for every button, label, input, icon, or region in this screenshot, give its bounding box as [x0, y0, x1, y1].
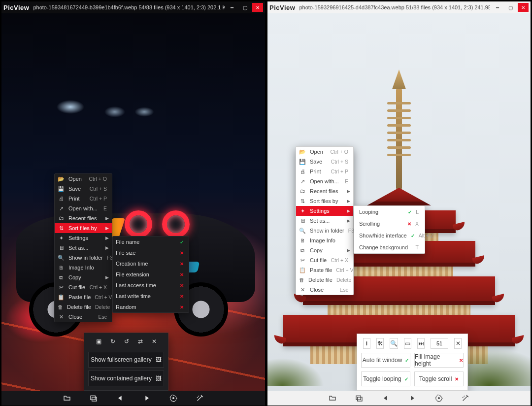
show-contained-gallery-button[interactable]: Show contained gallery 🖼: [88, 371, 164, 386]
settings-submenu: Looping✓LScrolling✕XShow/hide interface✓…: [354, 205, 425, 254]
auto-fit-window-button[interactable]: Auto fit window✓: [361, 353, 410, 368]
menu-item-open-with[interactable]: ↗Open with...E: [55, 203, 112, 213]
open-icon: 📂: [299, 149, 306, 155]
menu-item-show-in-folder[interactable]: 🔍Show in folderF3: [296, 226, 353, 236]
effects-button[interactable]: [193, 391, 207, 405]
image-viewport[interactable]: 📂OpenCtrl + O💾SaveCtrl + S🖨PrintCtrl + P…: [1, 13, 265, 406]
menu-item-sort-files-by[interactable]: ⇅Sort files by▶: [296, 196, 353, 206]
check-icon: ✓: [411, 233, 415, 238]
focus-icon[interactable]: ▣: [96, 338, 101, 345]
submenu-item-random[interactable]: Random✕: [113, 302, 189, 312]
swap-icon[interactable]: ⇄: [138, 338, 143, 345]
menu-item-copy[interactable]: ⧉Copy▶: [296, 245, 353, 255]
close-icon[interactable]: ✕: [152, 338, 157, 345]
menu-item-recent-files[interactable]: 🗂Recent files▶: [296, 186, 353, 196]
settings-button[interactable]: [432, 391, 446, 405]
menu-item-set-as[interactable]: 🖥Set as...▶: [296, 216, 353, 226]
titlebar: PicView photo-1593296916425-d4d387fc43ea…: [267, 1, 531, 13]
menu-item-close[interactable]: ✕CloseEsc: [55, 312, 112, 322]
toggle-scroll-button[interactable]: Toggle scroll✕: [414, 372, 464, 386]
bottom-toolbar: [1, 391, 265, 406]
menu-item-save[interactable]: 💾SaveCtrl + S: [55, 184, 112, 194]
minimize-button[interactable]: ━: [492, 3, 503, 12]
hammer-icon[interactable]: 🛠: [376, 338, 384, 349]
settings-button[interactable]: [166, 391, 180, 405]
close-window-button[interactable]: ✕: [518, 3, 529, 12]
menu-item-open[interactable]: 📂OpenCtrl + O: [296, 147, 353, 157]
maximize-button[interactable]: ▢: [239, 3, 250, 12]
svg-point-5: [438, 397, 440, 399]
submenu-item-last-write-time[interactable]: Last write time✕: [113, 291, 189, 302]
menu-item-paste-file[interactable]: 📋Paste fileCtrl + V: [296, 265, 353, 275]
context-menu: 📂OpenCtrl + O💾SaveCtrl + S🖨PrintCtrl + P…: [296, 146, 354, 295]
chevron-right-icon: ▶: [105, 236, 109, 240]
submenu-item-looping[interactable]: Looping✓L: [354, 206, 425, 218]
submenu-item-file-extension[interactable]: File extension✕: [113, 269, 189, 280]
menu-item-print[interactable]: 🖨PrintCtrl + P: [55, 194, 112, 203]
picview-window-dark: PicView photo-1593481672449-b399e1b4fb6f…: [1, 1, 265, 406]
submenu-item-change-background[interactable]: Change backgroundT: [354, 241, 425, 253]
settings-icon: ✦: [299, 208, 306, 214]
menu-item-image-info[interactable]: 🗎Image Info: [296, 236, 353, 245]
check-icon: ✓: [408, 209, 412, 215]
goto-last-icon[interactable]: ⏭: [417, 338, 425, 349]
search-icon[interactable]: 🔍: [390, 338, 398, 349]
menu-item-close[interactable]: ✕CloseEsc: [296, 285, 353, 295]
menu-item-paste-file[interactable]: 📋Paste fileCtrl + V: [55, 292, 112, 302]
menu-item-open-with[interactable]: ↗Open with...E: [296, 176, 353, 186]
undo-icon[interactable]: ↺: [124, 338, 129, 345]
showfolder-icon: 🔍: [299, 228, 306, 234]
effects-button[interactable]: [459, 391, 472, 405]
view-options-popup: i 🛠 🔍 ▭ ⏭ ✕ Auto fit window✓ Fill image …: [357, 334, 468, 391]
info-button[interactable]: i: [363, 338, 370, 349]
next-button[interactable]: [405, 391, 419, 405]
menu-item-set-as[interactable]: 🖥Set as...▶: [55, 243, 112, 253]
menu-item-settings[interactable]: ✦Settings▶: [296, 206, 353, 216]
submenu-item-creation-time[interactable]: Creation time✕: [113, 258, 189, 269]
submenu-item-file-size[interactable]: File size✕: [113, 247, 189, 258]
open-icon: 📂: [58, 176, 65, 182]
menu-item-copy[interactable]: ⧉Copy▶: [55, 272, 112, 282]
menu-item-delete-file[interactable]: 🗑Delete fileDelete: [55, 302, 112, 312]
submenu-item-file-name[interactable]: File name✓: [113, 237, 189, 247]
sort-icon: ⇅: [299, 198, 306, 204]
close-window-button[interactable]: ✕: [252, 3, 263, 12]
menu-item-image-info[interactable]: 🗎Image Info: [55, 263, 112, 272]
submenu-item-scrolling[interactable]: Scrolling✕X: [354, 218, 425, 230]
x-icon: ✕: [180, 304, 184, 310]
submenu-item-show-hide-interface[interactable]: Show/hide interface✓Alt + Z: [354, 230, 425, 241]
chevron-right-icon: ▶: [347, 208, 350, 213]
menu-item-save[interactable]: 💾SaveCtrl + S: [296, 157, 353, 167]
submenu-item-last-access-time[interactable]: Last access time✕: [113, 280, 189, 291]
openwith-icon: ↗: [299, 178, 306, 185]
recent-icon: 🗂: [299, 188, 306, 194]
slideshow-icon[interactable]: ▭: [404, 338, 411, 349]
gallery-button[interactable]: [352, 391, 366, 405]
menu-item-print[interactable]: 🖨PrintCtrl + P: [296, 167, 353, 176]
minimize-button[interactable]: ━: [227, 3, 237, 12]
next-button[interactable]: [140, 391, 154, 405]
gallery-button[interactable]: [87, 391, 100, 405]
menu-item-open[interactable]: 📂OpenCtrl + O: [55, 174, 112, 184]
gallery-icon: 🖼: [156, 356, 162, 363]
menu-item-cut-file[interactable]: ✂Cut fileCtrl + X: [55, 282, 112, 292]
redo-icon[interactable]: ↻: [110, 338, 115, 345]
show-fullscreen-gallery-button[interactable]: Show fullscreen gallery 🖼: [88, 352, 164, 368]
close-icon[interactable]: ✕: [454, 338, 462, 349]
toggle-looping-button[interactable]: Toggle looping✓: [361, 372, 410, 386]
open-folder-button[interactable]: [60, 391, 74, 405]
menu-item-cut-file[interactable]: ✂Cut fileCtrl + X: [296, 255, 353, 265]
fill-image-height-button[interactable]: Fill image height✕: [414, 353, 464, 368]
menu-item-settings[interactable]: ✦Settings▶: [55, 233, 112, 243]
menu-item-show-in-folder[interactable]: 🔍Show in folderF3: [55, 253, 112, 263]
paste-icon: 📋: [58, 294, 65, 301]
prev-button[interactable]: [113, 391, 127, 405]
prev-button[interactable]: [379, 391, 393, 405]
menu-item-delete-file[interactable]: 🗑Delete fileDelete: [296, 275, 353, 285]
image-viewport[interactable]: 📂OpenCtrl + O💾SaveCtrl + S🖨PrintCtrl + P…: [267, 13, 531, 406]
menu-item-sort-files-by[interactable]: ⇅Sort files by▶: [55, 223, 112, 233]
page-number-input[interactable]: [431, 338, 448, 349]
menu-item-recent-files[interactable]: 🗂Recent files▶: [55, 213, 112, 223]
maximize-button[interactable]: ▢: [505, 3, 516, 12]
open-folder-button[interactable]: [326, 391, 339, 405]
